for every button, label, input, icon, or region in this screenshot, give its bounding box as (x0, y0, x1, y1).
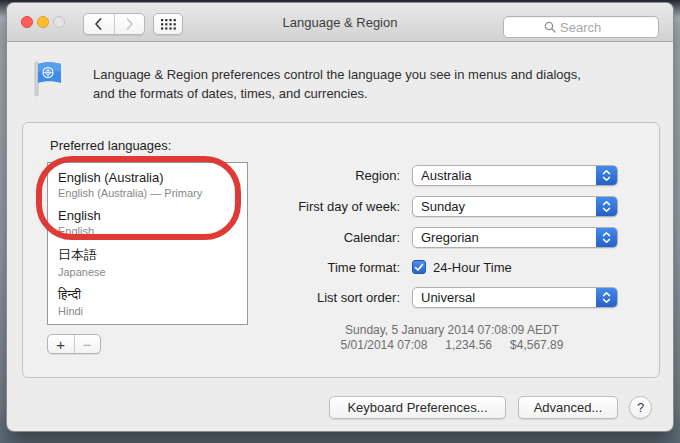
keyboard-preferences-button[interactable]: Keyboard Preferences... (329, 396, 506, 419)
region-popup[interactable]: Australia (412, 165, 618, 186)
list-sort-popup[interactable]: Universal (412, 287, 618, 308)
grid-icon (161, 19, 176, 30)
add-language-button[interactable]: + (48, 335, 74, 353)
preferences-description: Language & Region preferences control th… (93, 65, 653, 103)
help-button[interactable]: ? (629, 396, 652, 419)
preview-short-date: 5/01/2014 07:08 (341, 338, 428, 352)
search-input[interactable] (560, 20, 618, 35)
remove-language-button: − (74, 335, 101, 353)
chevron-left-icon (94, 18, 103, 30)
description-line-2: and the formats of dates, times, and cur… (93, 84, 653, 103)
preferences-panel: Preferred languages: English (Australia)… (22, 122, 660, 378)
calendar-popup[interactable]: Gregorian (412, 227, 618, 248)
un-flag-icon (31, 60, 65, 102)
search-field[interactable] (503, 16, 659, 38)
preview-currency: $4,567.89 (510, 338, 563, 352)
preferred-languages-label: Preferred languages: (50, 138, 171, 153)
nav-back-forward (83, 13, 145, 35)
up-down-chevrons-icon (596, 228, 617, 247)
up-down-chevrons-icon (596, 288, 617, 307)
title-bar: Language & Region (7, 3, 673, 42)
search-icon (544, 21, 556, 33)
preview-datetime-long: Sunday, 5 January 2014 07:08:09 AEDT (287, 323, 617, 338)
up-down-chevrons-icon (596, 166, 617, 185)
region-value: Australia (413, 168, 596, 183)
first-day-value: Sunday (413, 199, 596, 214)
check-icon (414, 263, 424, 272)
show-all-button[interactable] (153, 13, 183, 35)
calendar-value: Gregorian (413, 230, 596, 245)
time-format-checkbox[interactable] (412, 260, 426, 274)
preview-datetime-short: 5/01/2014 07:081,234.56$4,567.89 (287, 338, 617, 353)
preview-number: 1,234.56 (445, 338, 492, 352)
format-preview: Sunday, 5 January 2014 07:08:09 AEDT 5/0… (287, 323, 617, 353)
list-sort-value: Universal (413, 290, 596, 305)
advanced-button[interactable]: Advanced... (518, 396, 618, 419)
description-line-1: Language & Region preferences control th… (93, 65, 653, 84)
list-sort-label: List sort order: (63, 290, 400, 305)
time-format-option-label[interactable]: 24-Hour Time (433, 260, 512, 275)
time-format-row: Time format: 24-Hour Time (63, 259, 643, 277)
chevron-right-icon (125, 18, 134, 30)
first-day-popup[interactable]: Sunday (412, 196, 618, 217)
add-remove-control: + − (47, 334, 101, 354)
forward-button (114, 14, 145, 34)
annotation-highlight (36, 156, 241, 240)
language-region-window: Language & Region (6, 2, 674, 432)
up-down-chevrons-icon (596, 197, 617, 216)
list-sort-row: List sort order: Universal (63, 287, 643, 308)
back-button[interactable] (84, 14, 114, 34)
time-format-label: Time format: (63, 260, 400, 275)
